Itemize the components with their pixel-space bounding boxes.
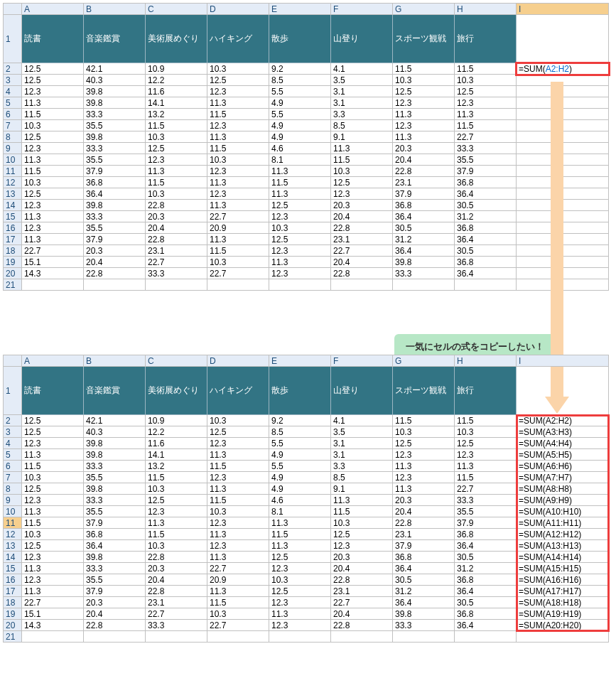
cell[interactable]: 11.5 — [269, 177, 331, 188]
cell[interactable]: 11.3 — [269, 188, 331, 200]
cell[interactable]: 11.3 — [207, 234, 269, 245]
cell[interactable]: 11.3 — [207, 552, 269, 563]
cell[interactable]: 12.3 — [207, 166, 269, 177]
cell[interactable]: 35.5 — [455, 506, 517, 517]
cell[interactable] — [84, 279, 146, 291]
row-header-14[interactable]: 14 — [4, 552, 22, 563]
row-header-5[interactable]: 5 — [4, 97, 22, 109]
cell[interactable]: 11.5 — [146, 472, 207, 483]
column-header-I[interactable]: I — [517, 4, 609, 15]
cell[interactable]: 37.9 — [84, 234, 146, 245]
cell[interactable]: 10.3 — [22, 120, 84, 131]
column-header-C[interactable]: C — [146, 355, 207, 367]
formula-cell[interactable]: =SUM(A16:H16) — [517, 574, 609, 586]
cell[interactable]: 12.5 — [331, 177, 393, 188]
cell[interactable]: 8.1 — [269, 506, 331, 517]
column-header-F[interactable]: F — [331, 355, 393, 367]
cell[interactable]: 15.1 — [22, 608, 84, 620]
cell[interactable]: 20.3 — [146, 211, 207, 222]
cell[interactable]: 20.3 — [146, 563, 207, 574]
cell[interactable]: 23.1 — [393, 529, 455, 540]
formula-cell[interactable]: =SUM(A13:H13) — [517, 540, 609, 552]
cell[interactable]: 12.5 — [22, 188, 84, 200]
cell[interactable]: 12.3 — [393, 449, 455, 461]
cell[interactable]: 36.8 — [455, 222, 517, 234]
cell[interactable]: 30.5 — [455, 552, 517, 563]
column-header-D[interactable]: D — [207, 355, 269, 367]
cell[interactable]: 9.1 — [331, 483, 393, 495]
row-header-4[interactable]: 4 — [4, 86, 22, 97]
cell[interactable]: 11.6 — [146, 86, 207, 97]
cell[interactable]: 31.2 — [455, 211, 517, 222]
cell[interactable]: 36.8 — [455, 529, 517, 540]
cell[interactable]: 11.5 — [146, 177, 207, 188]
table-header-cell[interactable]: スポーツ観戦 — [393, 15, 455, 63]
cell[interactable]: 30.5 — [455, 245, 517, 257]
cell[interactable]: 3.1 — [331, 438, 393, 449]
cell[interactable]: 11.3 — [269, 257, 331, 268]
cell[interactable]: 22.8 — [393, 517, 455, 529]
formula-cell[interactable]: =SUM(A8:H8) — [517, 483, 609, 495]
cell[interactable]: 20.4 — [331, 211, 393, 222]
column-header-F[interactable]: F — [331, 4, 393, 15]
column-header-A[interactable]: A — [22, 355, 84, 367]
cell[interactable]: 36.4 — [84, 540, 146, 552]
cell[interactable]: 23.1 — [331, 586, 393, 597]
cell[interactable]: 12.3 — [22, 574, 84, 586]
cell[interactable]: 30.5 — [455, 200, 517, 211]
cell[interactable]: 30.5 — [455, 597, 517, 608]
cell[interactable]: 14.3 — [22, 268, 84, 279]
cell[interactable]: 12.5 — [393, 438, 455, 449]
cell[interactable]: 12.3 — [393, 120, 455, 131]
cell[interactable]: 22.7 — [22, 245, 84, 257]
cell[interactable]: 22.7 — [331, 245, 393, 257]
cell[interactable]: 11.6 — [146, 438, 207, 449]
cell[interactable]: 39.8 — [393, 257, 455, 268]
cell[interactable]: 33.3 — [84, 461, 146, 472]
row-header-12[interactable]: 12 — [4, 529, 22, 540]
cell[interactable]: 14.1 — [146, 97, 207, 109]
cell[interactable]: 10.3 — [269, 222, 331, 234]
cell[interactable]: 10.3 — [207, 257, 269, 268]
cell[interactable]: 3.1 — [331, 449, 393, 461]
table-header-cell[interactable]: 音楽鑑賞 — [84, 15, 146, 63]
cell[interactable]: 12.3 — [269, 620, 331, 631]
cell[interactable] — [269, 279, 331, 291]
cell[interactable]: 12.3 — [22, 143, 84, 154]
cell[interactable]: 20.9 — [207, 574, 269, 586]
cell[interactable] — [146, 279, 207, 291]
cell[interactable]: 22.8 — [331, 620, 393, 631]
cell[interactable]: 22.7 — [331, 597, 393, 608]
cell[interactable]: 11.3 — [269, 540, 331, 552]
column-header-I[interactable]: I — [517, 355, 609, 367]
cell[interactable]: 36.4 — [455, 234, 517, 245]
cell[interactable]: 33.3 — [84, 109, 146, 120]
table-header-cell[interactable]: 旅行 — [455, 15, 517, 63]
cell[interactable]: 11.3 — [22, 506, 84, 517]
cell[interactable] — [331, 631, 393, 643]
cell[interactable]: 12.3 — [269, 563, 331, 574]
row-header-6[interactable]: 6 — [4, 109, 22, 120]
cell[interactable]: 12.3 — [146, 506, 207, 517]
cell[interactable]: 22.8 — [331, 574, 393, 586]
cell[interactable]: 11.3 — [455, 461, 517, 472]
cell[interactable]: 11.3 — [393, 109, 455, 120]
cell[interactable]: 36.4 — [393, 211, 455, 222]
cell[interactable]: 31.2 — [393, 234, 455, 245]
cell[interactable]: 12.5 — [269, 234, 331, 245]
row-header-20[interactable]: 20 — [4, 620, 22, 631]
cell[interactable]: 30.5 — [393, 222, 455, 234]
column-header-B[interactable]: B — [84, 4, 146, 15]
cell[interactable]: 12.3 — [207, 540, 269, 552]
cell[interactable]: 20.3 — [393, 495, 455, 506]
cell[interactable]: 8.5 — [331, 472, 393, 483]
cell[interactable]: 9.2 — [269, 415, 331, 426]
cell[interactable]: 20.4 — [393, 154, 455, 166]
row-header-10[interactable]: 10 — [4, 506, 22, 517]
row-header-2[interactable]: 2 — [4, 63, 22, 75]
cell[interactable]: 36.4 — [393, 597, 455, 608]
cell[interactable]: 33.3 — [146, 268, 207, 279]
cell[interactable]: 8.5 — [331, 120, 393, 131]
cell[interactable]: 4.1 — [331, 415, 393, 426]
cell[interactable]: 10.9 — [146, 415, 207, 426]
